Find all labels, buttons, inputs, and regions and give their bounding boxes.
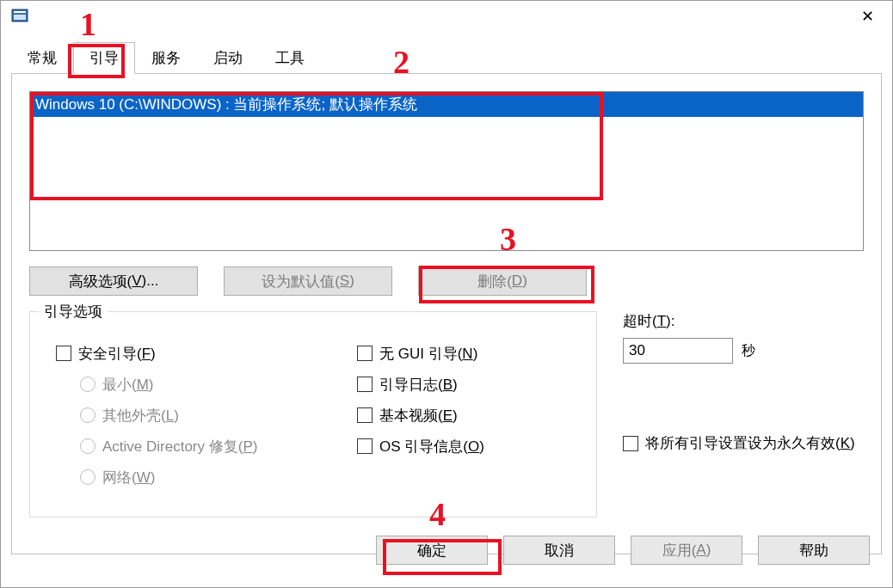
checkbox-icon — [357, 407, 373, 423]
checkbox-icon — [56, 346, 71, 361]
checkbox-label: 基本视频(E) — [379, 406, 458, 426]
checkbox-label: 将所有引导设置设为永久有效(K) — [645, 433, 855, 454]
checkbox-icon — [357, 438, 373, 454]
tabpage-boot: Windows 10 (C:\WINDOWS) : 当前操作系统; 默认操作系统… — [11, 73, 882, 554]
apply-button[interactable]: 应用(A) — [631, 536, 742, 565]
radio-icon — [80, 377, 95, 392]
no-gui-boot-checkbox[interactable]: 无 GUI 引导(N) — [357, 338, 581, 369]
radio-label: 网络(W) — [102, 468, 155, 487]
safe-boot-minimal-radio[interactable]: 最小(M) — [80, 369, 314, 400]
safe-boot-checkbox[interactable]: 安全引导(F) — [56, 338, 314, 369]
safe-boot-label: 安全引导(F) — [78, 344, 156, 364]
ok-button[interactable]: 确定 — [376, 536, 488, 565]
radio-label: 最小(M) — [102, 375, 154, 395]
tab-services[interactable]: 服务 — [135, 42, 197, 74]
help-button[interactable]: 帮助 — [758, 536, 870, 565]
base-video-checkbox[interactable]: 基本视频(E) — [357, 400, 581, 431]
checkbox-label: 引导日志(B) — [379, 375, 458, 395]
svg-rect-2 — [14, 15, 26, 20]
tab-tools[interactable]: 工具 — [259, 42, 321, 74]
svg-rect-1 — [14, 11, 26, 13]
boot-flags-column: 无 GUI 引导(N) 引导日志(B) 基本视频(E) — [357, 338, 581, 462]
checkbox-icon — [357, 346, 373, 361]
timeout-label: 超时(T): — [623, 311, 855, 331]
timeout-input[interactable] — [623, 338, 733, 364]
set-default-button[interactable]: 设为默认值(S) — [224, 266, 392, 296]
tab-boot[interactable]: 引导 — [73, 42, 135, 74]
make-permanent-area: 将所有引导设置设为永久有效(K) — [623, 433, 864, 454]
cancel-button[interactable]: 取消 — [503, 536, 615, 565]
radio-icon — [80, 469, 95, 485]
timeout-unit: 秒 — [742, 342, 755, 360]
safe-boot-column: 安全引导(F) 最小(M) 其他外壳(L) — [56, 338, 314, 493]
boot-options-group: 引导选项 安全引导(F) 最小(M) — [29, 311, 597, 518]
tabstrip: 常规 引导 服务 启动 工具 — [11, 44, 882, 73]
advanced-options-button[interactable]: 高级选项(V)... — [29, 266, 198, 296]
timeout-area: 超时(T): 秒 — [623, 311, 855, 364]
tab-startup[interactable]: 启动 — [197, 42, 259, 74]
make-permanent-checkbox[interactable]: 将所有引导设置设为永久有效(K) — [623, 433, 864, 454]
checkbox-label: OS 引导信息(O) — [379, 437, 484, 456]
checkbox-label: 无 GUI 引导(N) — [379, 344, 477, 364]
safe-boot-adrepair-radio[interactable]: Active Directory 修复(P) — [80, 431, 314, 462]
safe-boot-network-radio[interactable]: 网络(W) — [80, 462, 314, 493]
boot-options-legend: 引导选项 — [39, 302, 108, 322]
radio-label: 其他外壳(L) — [102, 406, 179, 426]
delete-button[interactable]: 删除(D) — [418, 266, 587, 296]
titlebar: ✕ — [1, 1, 892, 32]
radio-icon — [80, 407, 95, 423]
boot-entries-list[interactable]: Windows 10 (C:\WINDOWS) : 当前操作系统; 默认操作系统 — [29, 91, 864, 251]
checkbox-icon — [357, 377, 373, 392]
boot-action-row: 高级选项(V)... 设为默认值(S) 删除(D) — [29, 266, 864, 296]
radio-label: Active Directory 修复(P) — [102, 437, 257, 456]
radio-icon — [80, 438, 95, 454]
safe-boot-altshell-radio[interactable]: 其他外壳(L) — [80, 400, 314, 431]
checkbox-icon — [623, 436, 638, 451]
boot-log-checkbox[interactable]: 引导日志(B) — [357, 369, 581, 400]
client-area: 常规 引导 服务 启动 工具 Windows 10 (C:\WINDOWS) :… — [11, 44, 882, 577]
boot-entry-row[interactable]: Windows 10 (C:\WINDOWS) : 当前操作系统; 默认操作系统 — [30, 92, 863, 117]
tab-general[interactable]: 常规 — [11, 42, 73, 74]
msconfig-window: ✕ 常规 引导 服务 启动 工具 Windows 10 (C:\WINDOWS)… — [0, 0, 893, 588]
app-icon — [11, 8, 28, 25]
close-button[interactable]: ✕ — [847, 3, 887, 30]
dialog-buttons: 确定 取消 应用(A) 帮助 — [376, 536, 870, 565]
os-boot-info-checkbox[interactable]: OS 引导信息(O) — [357, 431, 581, 462]
